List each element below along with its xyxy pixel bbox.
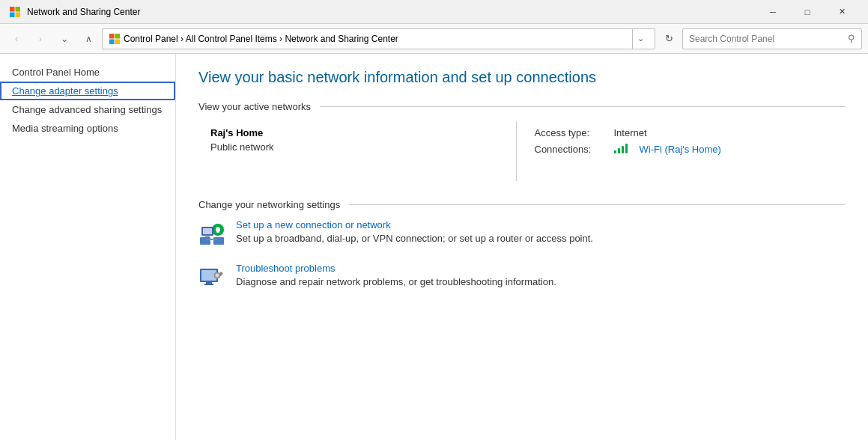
network-name: Raj's Home xyxy=(210,127,504,138)
svg-point-23 xyxy=(216,274,219,277)
window-title: Network and Sharing Center xyxy=(27,7,756,17)
access-type-label: Access type: xyxy=(535,127,602,138)
troubleshoot-link[interactable]: Troubleshoot problems xyxy=(236,263,556,274)
new-connection-text: Set up a new connection or network Set u… xyxy=(236,219,593,244)
network-type: Public network xyxy=(210,141,504,153)
svg-rect-19 xyxy=(206,282,212,284)
svg-rect-4 xyxy=(109,34,115,39)
sidebar: Control Panel Home Change adapter settin… xyxy=(0,54,176,440)
address-box[interactable]: Control Panel › All Control Panel Items … xyxy=(102,28,655,49)
window-controls: ─ □ ✕ xyxy=(756,0,859,24)
recent-locations-button[interactable]: ⌄ xyxy=(54,28,75,49)
minimize-button[interactable]: ─ xyxy=(756,0,790,24)
svg-rect-20 xyxy=(204,284,213,285)
access-type-value: Internet xyxy=(614,127,647,138)
networking-settings-label: Change your networking settings xyxy=(198,199,340,210)
breadcrumb: Control Panel › All Control Panel Items … xyxy=(124,34,626,44)
main-container: Control Panel Home Change adapter settin… xyxy=(0,54,868,440)
forward-button[interactable]: › xyxy=(30,28,51,49)
svg-rect-3 xyxy=(16,12,21,17)
networking-settings-header: Change your networking settings xyxy=(198,199,846,210)
connections-label: Connections: xyxy=(535,144,602,155)
svg-rect-0 xyxy=(10,7,15,12)
up-button[interactable]: ∧ xyxy=(78,28,99,49)
sidebar-item-media-streaming[interactable]: Media streaming options xyxy=(0,119,175,138)
svg-rect-2 xyxy=(10,12,15,17)
address-win-icon xyxy=(109,33,121,45)
search-icon: ⚲ xyxy=(848,33,855,44)
sidebar-item-change-adapter-settings[interactable]: Change adapter settings xyxy=(0,82,175,100)
svg-rect-13 xyxy=(216,227,219,233)
close-button[interactable]: ✕ xyxy=(825,0,859,24)
window-icon xyxy=(9,6,21,18)
sidebar-item-change-advanced-sharing[interactable]: Change advanced sharing settings xyxy=(0,100,175,119)
section-divider xyxy=(320,106,846,107)
search-box[interactable]: ⚲ xyxy=(682,28,862,49)
active-networks-header: View your active networks xyxy=(198,101,846,112)
troubleshoot-icon xyxy=(198,264,225,291)
svg-rect-15 xyxy=(203,228,212,234)
new-connection-icon xyxy=(198,221,225,248)
network-grid: Raj's Home Public network Access type: I… xyxy=(198,121,846,181)
address-dropdown-button[interactable]: ⌄ xyxy=(632,28,649,49)
troubleshoot-action: Troubleshoot problems Diagnose and repai… xyxy=(198,263,846,291)
svg-rect-9 xyxy=(213,237,224,245)
new-connection-desc: Set up a broadband, dial-up, or VPN conn… xyxy=(236,233,593,244)
troubleshoot-desc: Diagnose and repair network problems, or… xyxy=(236,276,556,287)
back-button[interactable]: ‹ xyxy=(6,28,27,49)
page-title: View your basic network information and … xyxy=(198,69,846,86)
address-bar: ‹ › ⌄ ∧ Control Panel › All Control Pane… xyxy=(0,24,868,54)
svg-rect-8 xyxy=(200,237,210,245)
svg-rect-10 xyxy=(207,239,217,240)
sidebar-item-control-panel-home[interactable]: Control Panel Home xyxy=(0,63,175,82)
connections-row: Connections: Wi-Fi (Raj's Home) xyxy=(535,143,828,156)
content-area: View your basic network information and … xyxy=(176,54,868,440)
wifi-connection-link[interactable]: Wi-Fi (Raj's Home) xyxy=(640,144,721,155)
settings-section-divider xyxy=(349,204,846,205)
wifi-signal-icon xyxy=(614,143,628,156)
search-input[interactable] xyxy=(689,34,848,44)
svg-rect-5 xyxy=(115,34,121,39)
new-connection-action: Set up a new connection or network Set u… xyxy=(198,219,846,248)
svg-rect-1 xyxy=(16,7,21,12)
svg-rect-7 xyxy=(115,39,121,44)
new-connection-link[interactable]: Set up a new connection or network xyxy=(236,219,593,230)
troubleshoot-text: Troubleshoot problems Diagnose and repai… xyxy=(236,263,556,287)
refresh-button[interactable]: ↻ xyxy=(658,28,679,49)
access-type-row: Access type: Internet xyxy=(535,127,828,138)
network-left-panel: Raj's Home Public network xyxy=(198,121,517,181)
maximize-button[interactable]: □ xyxy=(790,0,825,24)
network-right-panel: Access type: Internet Connections: Wi-Fi… xyxy=(517,121,846,181)
active-networks-label: View your active networks xyxy=(198,101,311,112)
svg-rect-16 xyxy=(205,236,210,238)
title-bar: Network and Sharing Center ─ □ ✕ xyxy=(0,0,868,24)
svg-rect-6 xyxy=(109,39,115,44)
